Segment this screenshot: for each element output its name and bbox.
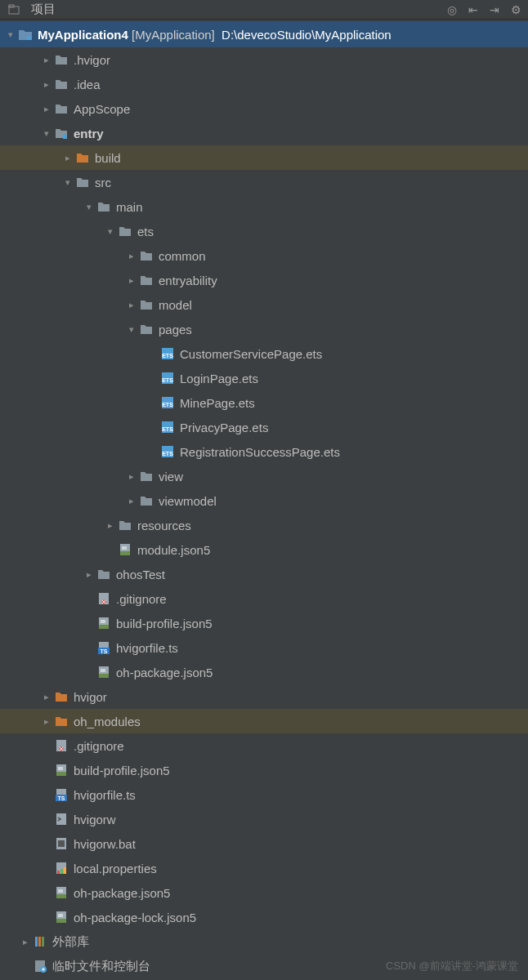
tree-item-label: .idea <box>74 78 101 91</box>
tree-item-label: build-profile.json5 <box>74 764 170 777</box>
svg-rect-38 <box>64 867 66 874</box>
tree-item[interactable]: oh-package-lock.json5 <box>0 905 528 929</box>
tree-item[interactable]: ▸ohosTest <box>0 562 528 586</box>
json5-icon <box>54 885 69 900</box>
tree-item[interactable]: module.json5 <box>0 537 528 562</box>
chevron-right-icon[interactable]: ▸ <box>124 251 139 261</box>
tree-item[interactable]: ETSCustomerServicePage.ets <box>0 341 528 366</box>
folder-icon <box>96 199 111 214</box>
chevron-right-icon[interactable]: ▸ <box>39 55 54 65</box>
folder-icon <box>54 52 69 67</box>
chevron-right-icon[interactable]: ▸ <box>124 471 139 482</box>
tree-item[interactable]: ▾ets <box>0 219 528 243</box>
tree-item[interactable]: build-profile.json5 <box>0 758 528 782</box>
json5-icon <box>96 665 111 679</box>
chevron-down-icon[interactable]: ▾ <box>3 29 18 40</box>
tree-item[interactable]: TShvigorfile.ts <box>0 635 528 660</box>
tree-item[interactable]: TShvigorfile.ts <box>0 782 528 807</box>
svg-rect-19 <box>99 625 109 629</box>
chevron-right-icon[interactable]: ▸ <box>103 520 118 531</box>
tree-item[interactable]: ▸.hvigor <box>0 47 528 72</box>
tree-item[interactable]: hvigorw <box>0 807 528 831</box>
tree-item[interactable]: oh-package.json5 <box>0 880 528 905</box>
tree-item[interactable]: ▸.idea <box>0 72 528 96</box>
chevron-right-icon[interactable]: ▸ <box>39 104 54 114</box>
chevron-right-icon[interactable]: ▸ <box>39 716 54 727</box>
tree-root[interactable]: ▾ MyApplication4 [MyApplication] D:\deve… <box>0 21 528 47</box>
watermark: CSDN @前端讲堂-鸿蒙课堂 <box>386 959 518 973</box>
tree-item[interactable]: ETSLoginPage.ets <box>0 366 528 390</box>
chevron-down-icon[interactable]: ▾ <box>60 177 75 188</box>
settings-icon[interactable]: ⚙ <box>511 3 521 16</box>
expand-icon[interactable]: ⇥ <box>490 3 499 16</box>
json5-icon <box>118 542 132 557</box>
svg-rect-44 <box>38 937 41 947</box>
tree-item[interactable]: ▸build <box>0 145 528 170</box>
tree-item-label: module.json5 <box>137 543 210 557</box>
tree-item[interactable]: ▾pages <box>0 317 528 341</box>
folder-icon <box>139 297 154 312</box>
tree-item[interactable]: ▾src <box>0 170 528 194</box>
ets-icon: ETS <box>160 420 175 434</box>
tree-item[interactable]: oh-package.json5 <box>0 660 528 684</box>
tree-item[interactable]: ▸entryability <box>0 268 528 292</box>
chevron-down-icon[interactable]: ▾ <box>124 324 139 335</box>
ets-icon: ETS <box>160 346 175 361</box>
tree-item[interactable]: ▸外部库 <box>0 929 528 954</box>
tree-item[interactable]: .gitignore <box>0 586 528 611</box>
svg-text:ETS: ETS <box>162 353 173 359</box>
chevron-right-icon[interactable]: ▸ <box>82 569 96 580</box>
tree-item-label: 外部库 <box>52 934 89 950</box>
tree-item[interactable]: ▸hvigor <box>0 684 528 709</box>
svg-rect-36 <box>57 871 60 874</box>
tree-item[interactable]: ETSRegistrationSuccessPage.ets <box>0 439 528 464</box>
tree-item[interactable]: local.properties <box>0 856 528 880</box>
root-path: D:\devecoStudio\MyApplication <box>221 28 392 42</box>
tree-item-label: viewmodel <box>159 494 217 508</box>
tree-item[interactable]: ▸oh_modules <box>0 709 528 733</box>
tree-item[interactable]: ▾entry <box>0 121 528 145</box>
collapse-icon[interactable]: ⇤ <box>468 3 478 16</box>
ts-icon: TS <box>54 787 69 802</box>
chevron-right-icon[interactable]: ▸ <box>18 937 33 947</box>
lib-icon <box>33 934 47 949</box>
chevron-right-icon[interactable]: ▸ <box>124 275 139 286</box>
chevron-down-icon[interactable]: ▾ <box>82 202 96 212</box>
svg-rect-45 <box>42 937 44 947</box>
svg-rect-34 <box>58 840 65 847</box>
chevron-right-icon[interactable]: ▸ <box>39 79 54 90</box>
target-icon[interactable]: ◎ <box>447 3 457 16</box>
tree-item-label: hvigor <box>74 690 107 704</box>
tree-item-label: local.properties <box>74 862 157 875</box>
chevron-right-icon[interactable]: ▸ <box>124 496 139 506</box>
folder-icon <box>54 77 69 91</box>
chevron-right-icon[interactable]: ▸ <box>39 692 54 702</box>
tree-item[interactable]: hvigorw.bat <box>0 831 528 856</box>
chevron-right-icon[interactable]: ▸ <box>124 300 139 310</box>
folder-icon <box>96 567 111 581</box>
tree-item-label: .gitignore <box>74 739 124 753</box>
chevron-down-icon[interactable]: ▾ <box>39 128 54 139</box>
tree-item-label: oh-package.json5 <box>116 666 213 679</box>
ets-icon: ETS <box>160 444 175 459</box>
chevron-down-icon[interactable]: ▾ <box>103 226 118 237</box>
tree-item[interactable]: ETSPrivacyPage.ets <box>0 415 528 439</box>
tree-item[interactable]: ▸viewmodel <box>0 488 528 513</box>
tree-item[interactable]: ▸AppScope <box>0 96 528 121</box>
chevron-right-icon[interactable]: ▸ <box>60 153 75 163</box>
tree-item[interactable]: ETSMinePage.ets <box>0 390 528 415</box>
folder-o-icon <box>54 689 69 704</box>
tree-item[interactable]: .gitignore <box>0 733 528 758</box>
svg-rect-42 <box>56 919 66 923</box>
tree-item[interactable]: ▸common <box>0 243 528 268</box>
tree-item[interactable]: ▸view <box>0 464 528 488</box>
tree-item[interactable]: ▸model <box>0 292 528 317</box>
svg-rect-37 <box>60 869 63 874</box>
tree-item[interactable]: build-profile.json5 <box>0 611 528 635</box>
tree-item[interactable]: ▸resources <box>0 513 528 537</box>
tree-item-label: build-profile.json5 <box>116 617 213 630</box>
svg-rect-43 <box>35 937 38 947</box>
tree-item[interactable]: ▾main <box>0 194 528 219</box>
prop-icon <box>54 861 69 875</box>
tree-item-label: main <box>116 200 143 214</box>
